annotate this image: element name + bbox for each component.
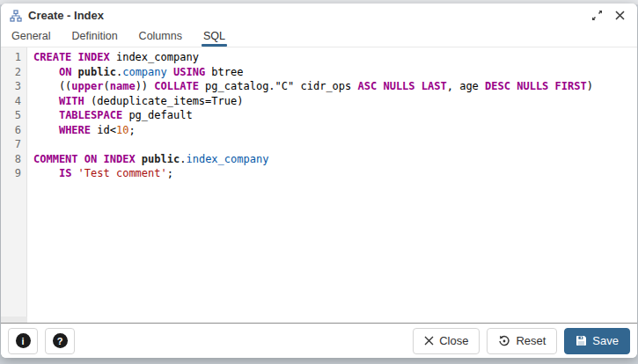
code-line: WITH (deduplicate_items=True) bbox=[33, 94, 637, 109]
question-icon: ? bbox=[53, 333, 68, 348]
code-line: IS 'Test comment'; bbox=[33, 166, 637, 181]
line-number: 5 bbox=[1, 108, 21, 123]
maximize-icon[interactable] bbox=[588, 7, 605, 25]
index-icon bbox=[10, 10, 22, 22]
info-icon: i bbox=[16, 333, 31, 348]
close-button[interactable]: Close bbox=[413, 328, 480, 354]
sql-editor[interactable]: 123456789 CREATE INDEX index_company ON … bbox=[1, 47, 637, 324]
save-button[interactable]: Save bbox=[564, 328, 630, 354]
tab-definition[interactable]: Definition bbox=[70, 27, 119, 47]
dialog-footer: i ? Close Reset bbox=[1, 324, 637, 358]
line-number: 8 bbox=[1, 152, 21, 167]
save-icon bbox=[576, 335, 587, 346]
line-number: 4 bbox=[1, 94, 21, 109]
tab-bar: GeneralDefinitionColumnsSQL bbox=[1, 27, 637, 47]
line-number: 7 bbox=[1, 137, 21, 152]
tab-general[interactable]: General bbox=[10, 27, 52, 47]
code-line: WHERE id<10; bbox=[33, 123, 637, 138]
create-index-dialog: Create - Index GeneralDefinitionColumnsS… bbox=[1, 4, 637, 358]
line-number: 9 bbox=[1, 166, 21, 181]
tab-columns[interactable]: Columns bbox=[137, 27, 184, 47]
line-number: 6 bbox=[1, 123, 21, 138]
line-number: 3 bbox=[1, 79, 21, 94]
close-icon[interactable] bbox=[611, 7, 628, 25]
reset-icon bbox=[498, 335, 510, 347]
sql-code[interactable]: CREATE INDEX index_company ON public.com… bbox=[27, 47, 637, 323]
sql-help-button[interactable]: i bbox=[8, 328, 38, 354]
line-number-gutter: 123456789 bbox=[1, 47, 27, 323]
dialog-header: Create - Index bbox=[1, 4, 637, 27]
line-number: 2 bbox=[1, 65, 21, 80]
line-number: 1 bbox=[1, 50, 21, 65]
reset-button-label: Reset bbox=[516, 334, 546, 347]
code-line: TABLESPACE pg_default bbox=[33, 108, 637, 123]
tab-sql[interactable]: SQL bbox=[202, 27, 227, 47]
code-line bbox=[33, 137, 637, 152]
code-line: COMMENT ON INDEX public.index_company bbox=[33, 152, 637, 167]
close-x-icon bbox=[424, 336, 434, 346]
dialog-help-button[interactable]: ? bbox=[45, 328, 75, 354]
dialog-title: Create - Index bbox=[28, 9, 104, 22]
save-button-label: Save bbox=[592, 334, 619, 347]
reset-button[interactable]: Reset bbox=[487, 328, 557, 354]
code-line: ((upper(name)) COLLATE pg_catalog."C" ci… bbox=[33, 79, 637, 94]
close-button-label: Close bbox=[439, 334, 468, 347]
code-line: ON public.company USING btree bbox=[33, 65, 637, 80]
code-line: CREATE INDEX index_company bbox=[33, 50, 637, 65]
scrollbar-filler bbox=[1, 317, 27, 323]
